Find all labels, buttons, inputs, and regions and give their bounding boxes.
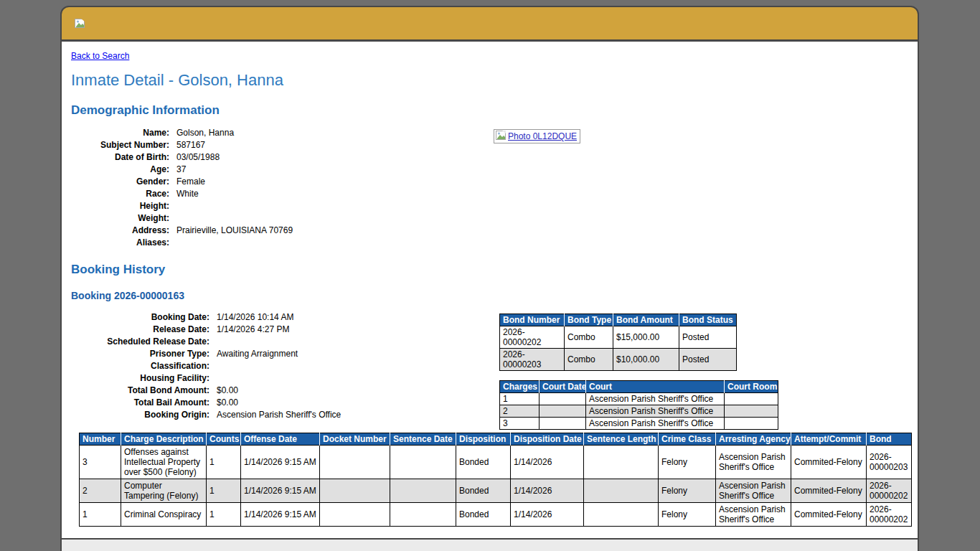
- bond-number-header: Bond Number: [500, 314, 565, 326]
- counts-header: Counts: [207, 433, 241, 446]
- inmate-photo-link-box: Photo 0L12DQUE: [494, 129, 580, 143]
- table-row: 3 Offenses against Intellectual Property…: [80, 446, 912, 479]
- broken-image-icon: [75, 19, 85, 30]
- court-table: Charges Court Date Court Court Room 1 As…: [499, 380, 778, 430]
- offense-date-header: Offense Date: [241, 433, 320, 446]
- field-booking-origin: Booking Origin: Ascension Parish Sheriff…: [71, 409, 908, 421]
- field-total-bond-amount: Total Bond Amount: $0.00: [71, 385, 908, 397]
- field-aliases: Aliases:: [71, 237, 908, 249]
- demographics-fields: Name: Golson, Hanna Subject Number: 5871…: [71, 127, 908, 249]
- court-table-header-row: Charges Court Date Court Court Room: [500, 381, 778, 393]
- sentence-length-header: Sentence Length: [584, 433, 659, 446]
- bond-amount-header: Bond Amount: [613, 314, 679, 326]
- demographics-section: Name: Golson, Hanna Subject Number: 5871…: [71, 127, 908, 249]
- field-subject-number: Subject Number: 587167: [71, 139, 908, 151]
- field-date-of-birth: Date of Birth: 03/05/1988: [71, 151, 908, 164]
- bond-header: Bond: [867, 433, 912, 446]
- inmate-photo-link[interactable]: Photo 0L12DQUE: [508, 131, 577, 141]
- site-banner: [60, 6, 919, 42]
- charges-table-header-row: Number Charge Description Counts Offense…: [80, 433, 912, 446]
- sentence-date-header: Sentence Date: [390, 433, 456, 446]
- crime-class-header: Crime Class: [659, 433, 716, 446]
- attempt-commit-header: Attempt/Commit: [791, 433, 867, 446]
- field-name: Name: Golson, Hanna: [71, 127, 908, 139]
- field-age: Age: 37: [71, 164, 908, 176]
- disposition-date-header: Disposition Date: [511, 433, 584, 446]
- demographics-section-title: Demographic Information: [71, 103, 908, 118]
- table-row: 2 Ascension Parish Sheriff's Office: [500, 405, 778, 418]
- field-classification: Classification:: [71, 360, 908, 372]
- docket-number-header: Docket Number: [320, 433, 390, 446]
- bond-status-header: Bond Status: [679, 314, 737, 326]
- table-row: 2 Computer Tampering (Felony) 1 1/14/202…: [80, 479, 912, 503]
- table-row: 3 Ascension Parish Sheriff's Office: [500, 418, 778, 430]
- main-content: Back to Search Inmate Detail - Golson, H…: [60, 42, 919, 540]
- booking-number-title: Booking 2026-00000163: [71, 290, 908, 301]
- field-booking-date: Booking Date: 1/14/2026 10:14 AM: [71, 311, 908, 324]
- table-row: 2026-00000203 Combo $10,000.00 Posted: [500, 349, 737, 371]
- booking-section: Booking Date: 1/14/2026 10:14 AM Release…: [71, 311, 908, 423]
- charge-description-header: Charge Description: [121, 433, 207, 446]
- bond-table: Bond Number Bond Type Bond Amount Bond S…: [499, 314, 737, 371]
- table-row: 1 Criminal Conspiracy 1 1/14/2026 9:15 A…: [80, 503, 912, 527]
- field-height: Height:: [71, 200, 908, 212]
- field-prisoner-type: Prisoner Type: Awaiting Arraignment: [71, 348, 908, 360]
- field-gender: Gender: Female: [71, 176, 908, 188]
- court-date-header: Court Date: [540, 381, 586, 393]
- side-tables: Bond Number Bond Type Bond Amount Bond S…: [499, 314, 778, 430]
- broken-image-icon: [496, 131, 506, 142]
- bond-type-header: Bond Type: [565, 314, 613, 326]
- field-weight: Weight:: [71, 212, 908, 225]
- table-row: 2026-00000202 Combo $15,000.00 Posted: [500, 326, 737, 349]
- field-release-date: Release Date: 1/14/2026 4:27 PM: [71, 324, 908, 336]
- table-row: 1 Ascension Parish Sheriff's Office: [500, 393, 778, 405]
- charges-header: Charges: [500, 381, 540, 393]
- arresting-agency-header: Arresting Agency: [716, 433, 791, 446]
- charges-detail-table: Number Charge Description Counts Offense…: [79, 433, 912, 527]
- court-header: Court: [586, 381, 725, 393]
- page-footer: [60, 540, 919, 551]
- booking-fields: Booking Date: 1/14/2026 10:14 AM Release…: [71, 311, 908, 421]
- field-scheduled-release-date: Scheduled Release Date:: [71, 336, 908, 348]
- court-room-header: Court Room: [725, 381, 778, 393]
- field-address: Address: Prairieville, LOUISIANA 70769: [71, 225, 908, 237]
- page-title: Inmate Detail - Golson, Hanna: [71, 71, 908, 90]
- field-race: Race: White: [71, 188, 908, 200]
- disposition-header: Disposition: [456, 433, 511, 446]
- booking-history-section-title: Booking History: [71, 263, 908, 277]
- field-housing-facility: Housing Facility:: [71, 372, 908, 385]
- page-container: Back to Search Inmate Detail - Golson, H…: [60, 6, 919, 551]
- number-header: Number: [80, 433, 121, 446]
- back-to-search-link[interactable]: Back to Search: [71, 51, 129, 61]
- bond-table-header-row: Bond Number Bond Type Bond Amount Bond S…: [500, 314, 737, 326]
- field-total-bail-amount: Total Bail Amount: $0.00: [71, 397, 908, 409]
